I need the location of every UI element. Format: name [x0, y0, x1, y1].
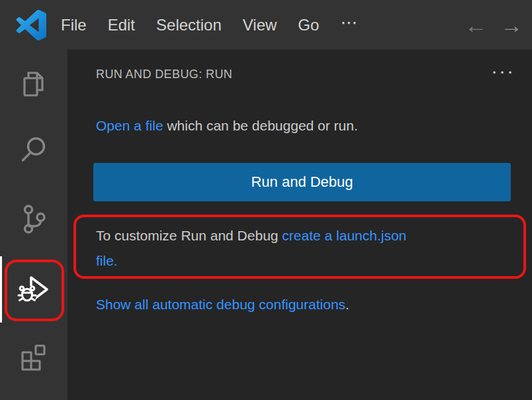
navigate-back-icon[interactable]: ← — [465, 14, 487, 36]
activity-bar — [0, 50, 67, 400]
panel-header: RUN AND DEBUG: RUN ··· — [96, 68, 515, 81]
history-navigation: ← → — [465, 14, 523, 36]
run-and-debug-button[interactable]: Run and Debug — [93, 163, 511, 201]
explorer-files-icon[interactable] — [18, 68, 50, 100]
open-file-message-rest: which can be debugged or run. — [163, 118, 358, 133]
panel-more-actions-icon[interactable]: ··· — [491, 66, 515, 75]
show-debug-configurations-link[interactable]: Show all automatic debug configurations — [96, 297, 345, 312]
show-configurations-message: Show all automatic debug configurations. — [96, 292, 519, 317]
menu-edit[interactable]: Edit — [108, 16, 135, 34]
vscode-window: File Edit Selection View Go ⋯ ← → — [0, 0, 532, 400]
active-view-indicator — [0, 256, 2, 323]
panel-title: RUN AND DEBUG: RUN — [96, 68, 232, 81]
open-a-file-link[interactable]: Open a file — [96, 118, 163, 133]
search-icon[interactable] — [18, 134, 50, 166]
navigate-forward-icon[interactable]: → — [500, 14, 523, 36]
source-control-icon[interactable] — [18, 203, 50, 235]
menu-file[interactable]: File — [61, 16, 87, 34]
show-configurations-period: . — [345, 297, 349, 312]
open-file-message: Open a file which can be debugged or run… — [96, 116, 519, 136]
run-and-debug-icon[interactable] — [17, 272, 51, 307]
menu-selection[interactable]: Selection — [156, 16, 222, 34]
menu-more-icon[interactable]: ⋯ — [340, 13, 358, 37]
titlebar: File Edit Selection View Go ⋯ ← → — [0, 0, 532, 50]
run-and-debug-panel: RUN AND DEBUG: RUN ··· Open a file which… — [67, 50, 532, 400]
menubar: File Edit Selection View Go ⋯ — [61, 13, 358, 37]
customize-message: To customize Run and Debug create a laun… — [96, 223, 513, 274]
extensions-icon[interactable] — [18, 342, 50, 374]
vscode-logo-icon — [16, 10, 46, 40]
menu-view[interactable]: View — [243, 16, 277, 34]
customize-message-prefix: To customize Run and Debug — [96, 228, 282, 243]
menu-go[interactable]: Go — [298, 16, 319, 34]
